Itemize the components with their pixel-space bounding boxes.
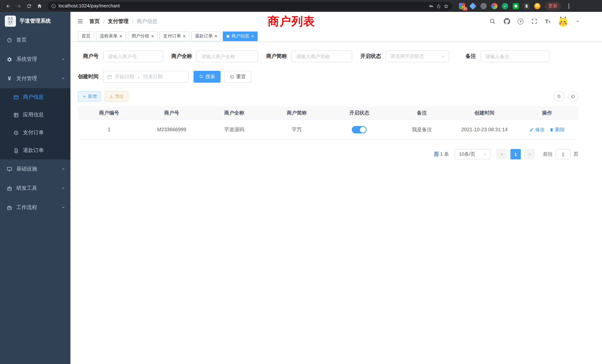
table-toolbar: 新增 导出	[78, 91, 578, 102]
address-bar[interactable]: localhost:1024/pay/merchant	[47, 2, 452, 10]
status-select[interactable]: 请选择开启状态	[386, 50, 449, 62]
breadcrumb: 首页 / 支付管理 / 商户信息	[89, 18, 158, 25]
browser-profile-avatar[interactable]	[534, 3, 540, 9]
sidebar-item-label: 应用信息	[23, 112, 44, 118]
breadcrumb-payment[interactable]: 支付管理	[108, 18, 129, 25]
reset-button[interactable]: 重置	[224, 71, 251, 83]
prev-page-button[interactable]	[496, 149, 507, 159]
sidebar-menu: 首页 系统管理 ¥ 支付管理 商户信息 应用信息	[0, 30, 70, 217]
export-button[interactable]: 导出	[105, 91, 128, 102]
filter-label: 商户简称	[266, 53, 287, 60]
tab-close-icon[interactable]: ×	[151, 34, 154, 39]
share-icon[interactable]	[436, 3, 441, 8]
app-logo[interactable]: 芋道管理系统	[0, 12, 70, 30]
tab-close-icon[interactable]: ×	[119, 34, 122, 39]
home-icon[interactable]	[35, 1, 44, 10]
filter-row-2: 创建时间 开始日期 - 结束日期 搜索 重置	[78, 71, 578, 83]
total-prefix: 共	[434, 151, 439, 157]
add-button[interactable]: 新增	[78, 91, 101, 102]
chevron-down-icon	[61, 205, 65, 211]
tab-label: 商户信息	[232, 33, 249, 39]
reload-icon[interactable]	[24, 1, 33, 10]
sidebar-item-label: 商户信息	[23, 94, 44, 100]
tab-refund-order[interactable]: 退款订单×	[191, 31, 221, 41]
extension-icon-5[interactable]: ✓	[502, 3, 508, 9]
tab-home[interactable]: 首页	[78, 31, 94, 41]
bookmark-star-icon[interactable]	[444, 3, 449, 8]
tab-pay-order[interactable]: 支付订单×	[159, 31, 189, 41]
sidebar-item-pay-order[interactable]: 支付订单	[0, 124, 70, 142]
fullscreen-icon[interactable]	[531, 18, 538, 25]
sidebar-item-infrastructure[interactable]: 基础设施	[0, 159, 70, 179]
forward-icon[interactable]	[14, 1, 23, 10]
goto-page-input[interactable]	[556, 149, 570, 159]
tab-label: 流程表单	[100, 33, 118, 39]
filter-short-name: 商户简称	[266, 50, 352, 62]
browser-menu-icon[interactable]	[565, 3, 572, 8]
user-avatar[interactable]	[558, 16, 569, 27]
sidebar-item-refund-order[interactable]: 退款订单	[0, 142, 70, 159]
delete-link-label: 删除	[555, 126, 565, 133]
sidebar-item-devtools[interactable]: 研发工具	[0, 179, 70, 198]
tab-user-group[interactable]: 用户分组×	[128, 31, 158, 41]
next-page-button[interactable]	[524, 149, 535, 159]
chevron-down-icon	[441, 54, 446, 59]
dashboard-icon	[7, 37, 12, 43]
page-size-select[interactable]: 10条/页	[455, 149, 490, 159]
monitor-icon	[7, 166, 12, 172]
toggle-search-button[interactable]	[554, 91, 564, 102]
page-number-button[interactable]: 1	[510, 149, 521, 159]
tab-label: 首页	[82, 33, 90, 39]
sidebar-item-home[interactable]: 首页	[0, 30, 70, 50]
merchant-no-input[interactable]	[103, 50, 163, 62]
cell-create-time: 2021-10-23 08:31:14	[453, 127, 516, 132]
tab-close-icon[interactable]: ×	[183, 34, 185, 39]
github-icon[interactable]	[503, 18, 511, 25]
short-name-input[interactable]	[291, 50, 352, 62]
search-icon	[199, 75, 204, 79]
key-icon[interactable]	[429, 3, 434, 8]
status-toggle[interactable]	[352, 126, 367, 133]
date-range-picker[interactable]: 开始日期 - 结束日期	[103, 71, 189, 83]
column-header: 创建时间	[453, 109, 516, 116]
tab-merchant-info[interactable]: 商户信息×	[223, 31, 258, 41]
help-icon[interactable]: ?	[518, 18, 524, 24]
chevron-down-icon	[483, 152, 487, 156]
add-button-label: 新增	[88, 93, 97, 99]
sidebar-item-workflow[interactable]: 工作流程	[0, 198, 70, 217]
remark-input[interactable]	[480, 50, 549, 62]
chevron-down-icon	[61, 166, 65, 172]
font-size-icon[interactable]: TT	[545, 18, 550, 24]
sidebar-item-app-info[interactable]: 应用信息	[0, 106, 70, 124]
extension-icon-1[interactable]: 10	[459, 3, 465, 9]
refresh-icon	[230, 75, 234, 79]
full-name-input[interactable]	[196, 50, 258, 62]
sidebar-item-label: 研发工具	[16, 185, 37, 192]
sidebar-item-label: 支付管理	[16, 75, 37, 82]
extension-icon-6[interactable]	[513, 3, 519, 9]
extension-icon-3[interactable]	[480, 3, 487, 9]
extension-icon-7[interactable]	[523, 3, 530, 9]
extension-icon-2[interactable]	[469, 2, 476, 10]
edit-link-label: 修改	[535, 126, 545, 133]
search-button[interactable]: 搜索	[194, 71, 221, 83]
refresh-table-button[interactable]	[568, 91, 578, 102]
browser-update-button[interactable]: 更新	[545, 2, 561, 10]
sidebar-item-system[interactable]: 系统管理	[0, 50, 70, 69]
edit-link[interactable]: 修改	[529, 126, 545, 133]
tab-close-icon[interactable]: ×	[215, 34, 217, 39]
sidebar-item-payment[interactable]: ¥ 支付管理	[0, 69, 70, 88]
filter-full-name: 商户全称	[171, 50, 258, 62]
tab-process-form[interactable]: 流程表单×	[96, 31, 126, 41]
sidebar-item-label: 支付订单	[23, 129, 44, 136]
tab-close-icon[interactable]: ×	[251, 34, 254, 39]
back-icon[interactable]	[4, 1, 13, 10]
delete-link[interactable]: 删除	[549, 126, 565, 133]
breadcrumb-home[interactable]: 首页	[89, 18, 100, 25]
search-icon[interactable]	[489, 18, 496, 25]
extension-icon-4[interactable]	[491, 3, 497, 9]
site-info-icon[interactable]	[51, 3, 56, 8]
sidebar-item-merchant-info[interactable]: 商户信息	[0, 88, 70, 106]
sidebar-collapse-icon[interactable]	[76, 17, 84, 25]
avatar-caret-icon[interactable]	[576, 18, 580, 24]
